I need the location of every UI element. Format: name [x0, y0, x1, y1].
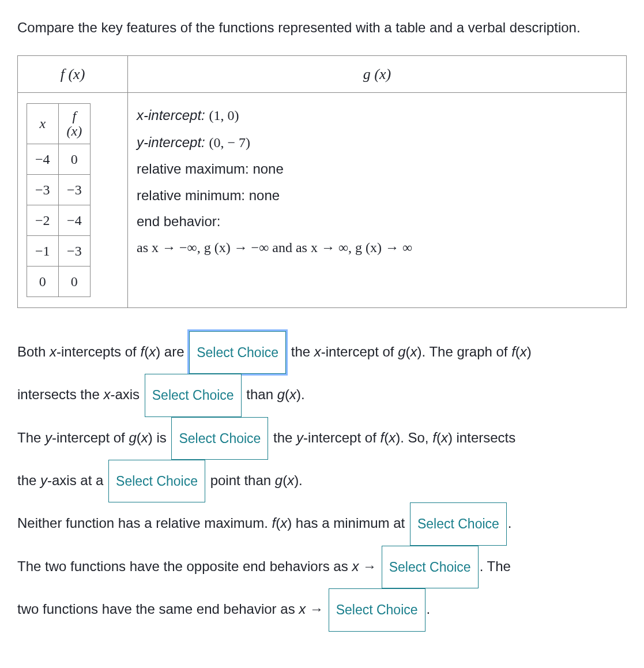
var-x: x [299, 601, 306, 617]
text: ). So, [396, 429, 432, 445]
var-g: g [398, 343, 405, 359]
var-x: x [141, 429, 148, 445]
text: -intercepts of [57, 343, 140, 359]
text: ( [406, 343, 410, 359]
text: ) intersects [448, 429, 515, 445]
f-table-cell: x f (x) −40 −3−3 −2−4 −1−3 00 [18, 93, 128, 308]
select-choice-3[interactable]: Select Choice [171, 417, 268, 460]
inner-header-fx: f (x) [58, 104, 91, 144]
table-row: −40 [27, 144, 91, 174]
relmax-line: relative maximum: none [137, 156, 617, 182]
table-row: −2−4 [27, 205, 91, 235]
var-x: x [289, 386, 296, 402]
var-f: f [511, 343, 515, 359]
f-value-table: x f (x) −40 −3−3 −2−4 −1−3 00 [27, 103, 91, 297]
y-intercept-value: (0, − 7) [209, 135, 250, 150]
text: Neither function has a relative maximum. [17, 515, 272, 531]
select-choice-5[interactable]: Select Choice [410, 502, 507, 545]
arrow: → [306, 601, 327, 617]
var-g: g [275, 472, 283, 488]
var-x: x [389, 429, 396, 445]
header-g: g (x) [128, 56, 627, 93]
text: two functions have the same end behavior… [17, 601, 299, 617]
text: . The [480, 558, 511, 573]
text: ). The graph of [417, 343, 512, 359]
text: -intercept of [303, 429, 380, 445]
text: the [269, 429, 296, 445]
text: ( [285, 386, 289, 402]
cell-fx: −3 [58, 174, 91, 205]
var-f: f [432, 429, 436, 445]
var-x: x [50, 343, 57, 359]
var-x: x [103, 386, 110, 402]
text: ). [296, 386, 305, 402]
cell-fx: 0 [58, 144, 91, 174]
text: ( [276, 515, 280, 531]
text: -intercept of [52, 429, 129, 445]
cell-fx: 0 [58, 266, 91, 297]
y-intercept-line: y-intercept: (0, − 7) [137, 129, 617, 156]
text: intersects the [17, 386, 103, 402]
inner-header-f: f [73, 108, 77, 123]
select-choice-1[interactable]: Select Choice [189, 331, 286, 374]
text: point than [206, 472, 275, 488]
y-intercept-label: y-intercept: [137, 134, 209, 150]
text: ( [137, 429, 141, 445]
text: the [287, 343, 314, 359]
var-x: x [287, 472, 294, 488]
var-g: g [129, 429, 136, 445]
inner-header-x: x [27, 104, 59, 144]
cell-x: 0 [27, 266, 59, 297]
var-x: x [520, 343, 527, 359]
text: than [243, 386, 277, 402]
var-y: y [40, 472, 47, 488]
cell-x: −3 [27, 174, 59, 205]
text: ( [283, 472, 287, 488]
x-intercept-value: (1, 0) [209, 108, 239, 123]
relmin-line: relative minimum: none [137, 182, 617, 209]
text: -intercept of [321, 343, 398, 359]
cell-x: −1 [27, 235, 59, 266]
select-choice-2[interactable]: Select Choice [145, 374, 242, 416]
table-row: −1−3 [27, 235, 91, 266]
arrow: → [359, 558, 380, 573]
text: ( [515, 343, 520, 359]
text: ( [384, 429, 389, 445]
header-f: f (x) [18, 56, 128, 93]
text: ). [294, 472, 303, 488]
var-x: x [314, 343, 321, 359]
comparison-table: f (x) g (x) x f (x) −40 −3−3 −2−4 −1−3 [17, 55, 627, 308]
text: ( [144, 343, 149, 359]
var-g: g [277, 386, 285, 402]
text: ) [527, 343, 532, 359]
var-x: x [280, 515, 287, 531]
text: ) is [148, 429, 171, 445]
text: . [508, 515, 512, 531]
cell-x: −2 [27, 205, 59, 235]
endbehavior-label: end behavior: [137, 208, 617, 235]
var-y: y [45, 429, 52, 445]
text: ) are [156, 343, 188, 359]
select-choice-7[interactable]: Select Choice [329, 588, 425, 631]
x-intercept-label: x-intercept: [137, 107, 209, 123]
text: the [17, 472, 40, 488]
table-row: −3−3 [27, 174, 91, 205]
text: ) has a minimum at [287, 515, 409, 531]
text: . [427, 601, 431, 617]
text: Both [17, 343, 50, 359]
text: ( [436, 429, 441, 445]
g-description-cell: x-intercept: (1, 0) y-intercept: (0, − 7… [128, 93, 627, 308]
text: The [17, 429, 45, 445]
cell-fx: −3 [58, 235, 91, 266]
x-intercept-line: x-intercept: (1, 0) [137, 102, 617, 129]
text: The two functions have the opposite end … [17, 558, 352, 573]
question-prompt: Compare the key features of the function… [17, 17, 627, 38]
inner-header-x-paren: (x) [67, 123, 82, 138]
answer-paragraph: Both x-intercepts of f(x) are Select Cho… [17, 331, 627, 632]
select-choice-6[interactable]: Select Choice [382, 546, 479, 588]
var-y: y [296, 429, 303, 445]
select-choice-4[interactable]: Select Choice [108, 460, 205, 502]
var-x: x [441, 429, 448, 445]
endbehavior-line: as x → −∞, g (x) → −∞ and as x → ∞, g (x… [137, 235, 617, 261]
var-x: x [410, 343, 417, 359]
